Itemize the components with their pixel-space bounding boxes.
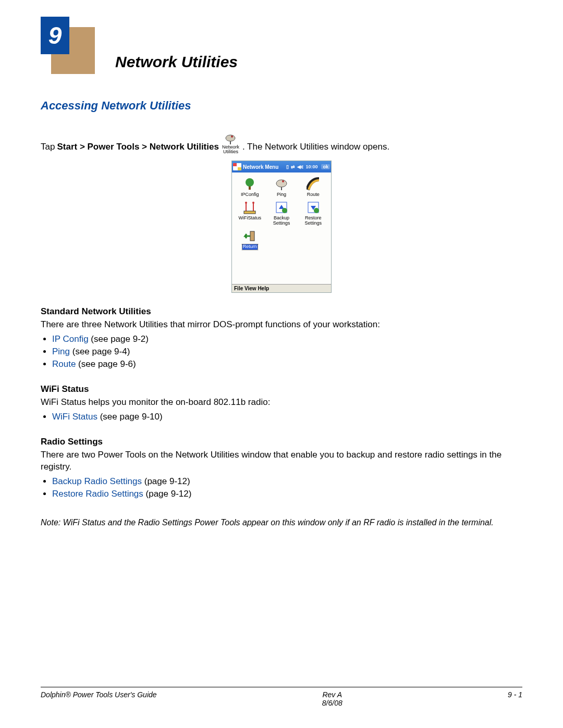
system-tray: ▯ ⇄ ◀ͼ 10:00 ok (286, 164, 330, 169)
subsection-wifi-text: WiFi Status helps you monitor the on-boa… (41, 397, 522, 409)
list-item: Route (see page 9-6) (52, 358, 522, 371)
sync-icon: ⇄ (291, 164, 295, 169)
list-item: IP Config (see page 9-2) (52, 333, 522, 346)
svg-rect-17 (250, 231, 254, 241)
footer-guide-title: Dolphin® Power Tools User's Guide (41, 690, 157, 699)
battery-icon: ▯ (286, 164, 289, 169)
route-icon (306, 177, 321, 191)
footer-page-number: 9 - 1 (508, 690, 522, 699)
list-item: Restore Radio Settings (page 9-12) (52, 488, 522, 500)
window-title: Network Menu (243, 164, 286, 170)
return-icon (242, 229, 257, 243)
link-page-ref: (see page 9-10) (97, 412, 163, 422)
link-page-ref: (see page 9-6) (76, 359, 136, 369)
app-label: Return (242, 244, 258, 249)
intro-suffix: . The Network Utilities window opens. (242, 141, 389, 153)
chapter-header: 9 Network Utilities (41, 16, 522, 73)
ok-button[interactable]: ok (321, 164, 330, 169)
link-page-ref: (page 9-12) (143, 489, 192, 499)
list-item: Ping (see page 9-4) (52, 346, 522, 358)
svg-point-0 (226, 135, 235, 141)
svg-point-14 (282, 208, 287, 213)
svg-point-11 (252, 202, 254, 204)
app-label: IPConfig (241, 192, 259, 197)
antenna-icon (242, 200, 257, 215)
embedded-screenshot: Network Menu ▯ ⇄ ◀ͼ 10:00 ok IPConfig Pi… (231, 161, 332, 293)
app-route[interactable]: Route (298, 177, 328, 197)
footer-revision: Rev A (322, 690, 342, 699)
restore-icon (306, 200, 321, 215)
window-titlebar: Network Menu ▯ ⇄ ◀ͼ 10:00 ok (232, 161, 331, 172)
svg-point-4 (246, 178, 254, 187)
svg-point-16 (314, 208, 319, 213)
volume-icon: ◀ͼ (297, 164, 303, 169)
app-return[interactable]: Return (235, 229, 265, 249)
intro-text: Tap Start > Power Tools > Network Utilit… (41, 133, 522, 153)
note-body: WiFi Status and the Radio Settings Power… (60, 518, 494, 527)
subsection-wifi-heading: WiFi Status (41, 384, 522, 394)
page-footer: Dolphin® Power Tools User's Guide Rev A … (41, 687, 522, 707)
subsection-radio-text: There are two Power Tools on the Network… (41, 449, 522, 473)
subsection-standard-text: There are three Network Utilities that m… (41, 319, 522, 331)
svg-point-10 (245, 202, 247, 204)
list-item: WiFi Status (see page 9-10) (52, 411, 522, 423)
chapter-number: 9 (41, 17, 69, 54)
intro-prefix: Tap (41, 141, 55, 153)
app-label: Route (307, 192, 320, 197)
link-route[interactable]: Route (52, 359, 76, 369)
satellite-dish-icon (274, 177, 289, 191)
backup-icon (274, 200, 289, 215)
app-label: Restore Settings (304, 216, 322, 226)
section-heading: Accessing Network Utilities (41, 99, 522, 113)
radio-links-list: Backup Radio Settings (page 9-12) Restor… (41, 475, 522, 500)
subsection-radio-heading: Radio Settings (41, 437, 522, 447)
tree-icon (242, 177, 257, 191)
svg-point-5 (276, 180, 287, 187)
app-ping[interactable]: Ping (267, 177, 297, 197)
svg-point-6 (282, 180, 284, 182)
link-backup-radio[interactable]: Backup Radio Settings (52, 476, 142, 486)
link-restore-radio[interactable]: Restore Radio Settings (52, 489, 143, 499)
inline-icon-line2: Utilities (223, 150, 238, 154)
start-icon (233, 163, 241, 170)
link-ping[interactable]: Ping (52, 347, 70, 356)
link-page-ref: (see page 9-2) (89, 334, 149, 344)
link-page-ref: (page 9-12) (142, 476, 190, 486)
window-menubar[interactable]: File View Help (232, 284, 331, 292)
list-item: Backup Radio Settings (page 9-12) (52, 475, 522, 488)
app-backup-settings[interactable]: Backup Settings (267, 200, 297, 226)
app-ipconfig[interactable]: IPConfig (235, 177, 265, 197)
link-ipconfig[interactable]: IP Config (52, 334, 89, 344)
chapter-badge: 9 (41, 16, 101, 73)
standard-links-list: IP Config (see page 9-2) Ping (see page … (41, 333, 522, 371)
note-label: Note: (41, 518, 60, 527)
subsection-standard-heading: Standard Network Utilities (41, 306, 522, 317)
app-restore-settings[interactable]: Restore Settings (298, 200, 328, 226)
svg-point-1 (231, 135, 233, 138)
app-label: Backup Settings (273, 216, 290, 226)
app-icon-grid: IPConfig Ping Route WiFiStatus (232, 172, 331, 284)
clock: 10:00 (305, 164, 317, 169)
chapter-title: Network Utilities (115, 53, 238, 71)
network-utilities-icon: Network Utilities (222, 133, 239, 154)
note-text: Note: WiFi Status and the Radio Settings… (41, 517, 522, 527)
svg-rect-12 (244, 211, 255, 214)
footer-date: 8/6/08 (322, 699, 342, 707)
app-label: Ping (277, 192, 286, 197)
app-wifistatus[interactable]: WiFiStatus (235, 200, 265, 226)
link-page-ref: (see page 9-4) (70, 347, 130, 356)
link-wifistatus[interactable]: WiFi Status (52, 412, 97, 422)
wifi-links-list: WiFi Status (see page 9-10) (41, 411, 522, 423)
app-label: WiFiStatus (239, 216, 262, 220)
intro-nav-path: Start > Power Tools > Network Utilities (57, 141, 218, 153)
